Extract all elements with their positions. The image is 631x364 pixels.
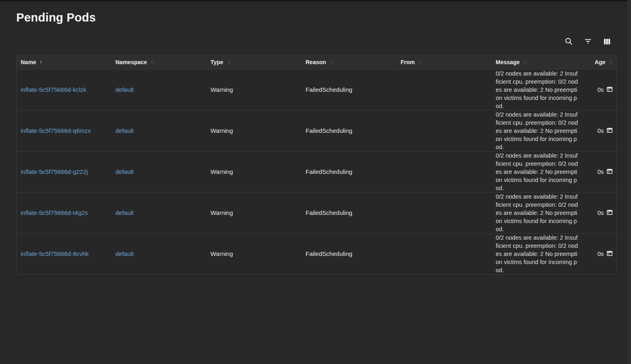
pending-pods-table: Name ↑ Namespace ↑↓ Type ↑↓ bbox=[17, 55, 617, 274]
namespace-link[interactable]: default bbox=[115, 86, 134, 93]
column-label: Age bbox=[595, 59, 605, 65]
column-header-message[interactable]: Message ↑↓ bbox=[492, 55, 583, 69]
sort-icon: ↑↓ bbox=[227, 59, 231, 65]
table-row: inflate-5c5f75666d-g222j default Warning… bbox=[17, 151, 617, 192]
sort-ascending-icon: ↑ bbox=[39, 58, 43, 65]
sort-icon: ↑↓ bbox=[523, 59, 527, 65]
sort-icon: ↑↓ bbox=[609, 59, 613, 65]
pod-name-cell: inflate-5c5f75666d-g222j bbox=[17, 151, 111, 192]
pod-name-link[interactable]: inflate-5c5f75666d-kclzk bbox=[21, 86, 87, 93]
pod-name-cell: inflate-5c5f75666d-t4g2s bbox=[17, 192, 111, 233]
age-cell: 0s bbox=[583, 233, 617, 274]
column-header-from[interactable]: From ↑↓ bbox=[397, 55, 492, 69]
calendar-icon bbox=[606, 168, 613, 176]
from-cell bbox=[397, 110, 492, 151]
column-header-type[interactable]: Type ↑↓ bbox=[206, 55, 301, 69]
scrollbar-track[interactable] bbox=[627, 0, 631, 364]
column-label: Reason bbox=[306, 59, 326, 65]
table-row: inflate-5c5f75666d-q6mzx default Warning… bbox=[17, 110, 617, 151]
pod-name-link[interactable]: inflate-5c5f75666d-q6mzx bbox=[21, 127, 91, 134]
sort-icon: ↑↓ bbox=[330, 59, 334, 65]
search-button[interactable] bbox=[563, 36, 575, 47]
namespace-cell: default bbox=[111, 192, 206, 233]
message-cell: 0/2 nodes are available: 2 Insufficient … bbox=[492, 110, 583, 151]
calendar-icon bbox=[606, 86, 613, 94]
type-cell: Warning bbox=[206, 192, 301, 233]
table-row: inflate-5c5f75666d-kclzk default Warning… bbox=[17, 69, 617, 110]
search-icon bbox=[564, 37, 573, 46]
column-header-age[interactable]: Age ↑↓ bbox=[583, 55, 617, 69]
namespace-link[interactable]: default bbox=[115, 209, 134, 216]
table-toolbar bbox=[16, 35, 617, 48]
reason-cell: FailedScheduling bbox=[301, 233, 397, 274]
from-cell bbox=[397, 233, 492, 274]
from-cell bbox=[397, 69, 492, 110]
reason-cell: FailedScheduling bbox=[301, 151, 397, 192]
age-value: 0s bbox=[597, 127, 604, 134]
sort-icon: ↑↓ bbox=[418, 59, 423, 65]
type-cell: Warning bbox=[206, 151, 301, 192]
namespace-link[interactable]: default bbox=[115, 250, 134, 257]
namespace-cell: default bbox=[111, 110, 206, 151]
namespace-cell: default bbox=[111, 233, 206, 274]
page-title: Pending Pods bbox=[16, 10, 617, 25]
column-label: Name bbox=[21, 59, 36, 65]
view-columns-icon bbox=[603, 37, 611, 46]
table-row: inflate-5c5f75666d-8cvhk default Warning… bbox=[17, 233, 617, 274]
pod-name-cell: inflate-5c5f75666d-8cvhk bbox=[17, 233, 111, 274]
calendar-icon bbox=[606, 250, 613, 258]
filter-icon bbox=[583, 37, 592, 46]
pending-pods-table-card: Name ↑ Namespace ↑↓ Type ↑↓ bbox=[16, 55, 617, 275]
column-label: From bbox=[401, 59, 415, 65]
message-cell: 0/2 nodes are available: 2 Insufficient … bbox=[492, 192, 583, 233]
namespace-link[interactable]: default bbox=[115, 168, 134, 175]
pod-name-cell: inflate-5c5f75666d-q6mzx bbox=[17, 110, 111, 151]
age-value: 0s bbox=[597, 168, 604, 175]
message-cell: 0/2 nodes are available: 2 Insufficient … bbox=[492, 69, 583, 110]
type-cell: Warning bbox=[206, 69, 301, 110]
calendar-icon bbox=[606, 209, 613, 217]
calendar-icon bbox=[606, 127, 613, 135]
pod-name-link[interactable]: inflate-5c5f75666d-g222j bbox=[21, 168, 88, 175]
pod-name-link[interactable]: inflate-5c5f75666d-8cvhk bbox=[21, 250, 89, 257]
sort-icon: ↑↓ bbox=[150, 59, 155, 65]
reason-cell: FailedScheduling bbox=[301, 69, 397, 110]
age-value: 0s bbox=[597, 250, 604, 257]
filter-button[interactable] bbox=[582, 36, 594, 47]
age-value: 0s bbox=[597, 86, 604, 93]
columns-button[interactable] bbox=[601, 36, 613, 47]
namespace-link[interactable]: default bbox=[115, 127, 134, 134]
message-cell: 0/2 nodes are available: 2 Insufficient … bbox=[492, 151, 583, 192]
type-cell: Warning bbox=[206, 233, 301, 274]
column-header-reason[interactable]: Reason ↑↓ bbox=[301, 55, 397, 69]
column-label: Message bbox=[496, 59, 520, 65]
age-value: 0s bbox=[597, 209, 604, 216]
column-label: Type bbox=[210, 59, 223, 65]
namespace-cell: default bbox=[111, 69, 206, 110]
age-cell: 0s bbox=[583, 110, 617, 151]
age-cell: 0s bbox=[583, 192, 617, 233]
age-cell: 0s bbox=[583, 69, 617, 110]
column-header-name[interactable]: Name ↑ bbox=[17, 55, 111, 69]
from-cell bbox=[397, 192, 492, 233]
message-cell: 0/2 nodes are available: 2 Insufficient … bbox=[492, 233, 583, 274]
column-label: Namespace bbox=[115, 59, 147, 65]
namespace-cell: default bbox=[111, 151, 206, 192]
pod-name-cell: inflate-5c5f75666d-kclzk bbox=[17, 69, 111, 110]
main-content: Pending Pods bbox=[0, 2, 627, 275]
table-row: inflate-5c5f75666d-t4g2s default Warning… bbox=[17, 192, 617, 233]
age-cell: 0s bbox=[583, 151, 617, 192]
reason-cell: FailedScheduling bbox=[301, 192, 397, 233]
pod-name-link[interactable]: inflate-5c5f75666d-t4g2s bbox=[21, 209, 88, 216]
reason-cell: FailedScheduling bbox=[301, 110, 397, 151]
table-header-row: Name ↑ Namespace ↑↓ Type ↑↓ bbox=[17, 55, 617, 69]
column-header-namespace[interactable]: Namespace ↑↓ bbox=[111, 55, 206, 69]
type-cell: Warning bbox=[206, 110, 301, 151]
from-cell bbox=[397, 151, 492, 192]
